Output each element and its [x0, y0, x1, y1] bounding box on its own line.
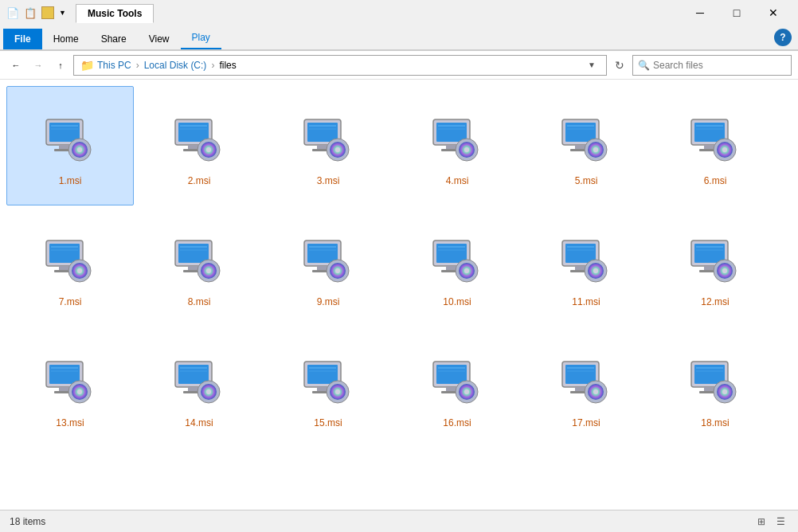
maximize-button[interactable]: □ — [718, 0, 755, 25]
file-icon — [554, 226, 618, 290]
file-label: 9.msi — [317, 296, 340, 307]
svg-point-44 — [593, 147, 598, 152]
tab-view[interactable]: View — [138, 29, 181, 49]
refresh-button[interactable]: ↻ — [610, 55, 629, 76]
file-icon — [683, 347, 747, 411]
folder-icon — [41, 6, 54, 19]
address-bar[interactable]: 📁 This PC › Local Disk (C:) › files ▼ — [73, 55, 607, 76]
app-tab-music-tools[interactable]: Music Tools — [76, 4, 154, 23]
file-item[interactable]: 14.msi — [135, 328, 263, 448]
breadcrumb-sep-2: › — [211, 60, 214, 71]
file-label: 3.msi — [317, 175, 340, 186]
file-item[interactable]: 13.msi — [6, 328, 134, 448]
file-icon — [167, 105, 231, 169]
breadcrumb-this-pc[interactable]: This PC — [97, 60, 131, 71]
file-item[interactable]: 1.msi — [6, 86, 134, 205]
svg-point-125 — [206, 389, 211, 394]
tab-home[interactable]: Home — [42, 29, 90, 49]
view-controls: ⊞ ☰ — [753, 514, 788, 530]
ribbon-tabs: File Home Share View Play ? — [0, 25, 798, 50]
minimize-button[interactable]: ─ — [682, 0, 718, 25]
file-area: 1.msi 2.msi — [0, 80, 798, 510]
file-item[interactable]: 4.msi — [393, 86, 521, 205]
breadcrumb-folder-icon: 📁 — [80, 59, 94, 72]
quick-access-icon2: 📋 — [24, 7, 37, 19]
title-bar-icons: 📄 📋 ▼ — [6, 6, 66, 19]
file-label: 11.msi — [572, 296, 600, 307]
file-label: 18.msi — [701, 417, 729, 428]
file-icon — [38, 226, 102, 290]
file-item[interactable]: 9.msi — [264, 207, 392, 327]
file-icon — [296, 105, 360, 169]
file-item[interactable]: 3.msi — [264, 86, 392, 205]
address-row: ← → ↑ 📁 This PC › Local Disk (C:) › file… — [0, 51, 798, 80]
details-view-button[interactable]: ☰ — [773, 514, 788, 530]
file-icon — [425, 347, 489, 411]
file-icon — [554, 347, 618, 411]
address-dropdown-button[interactable]: ▼ — [584, 55, 600, 76]
file-icon — [38, 347, 102, 411]
help-icon[interactable]: ? — [774, 29, 792, 46]
breadcrumb-files: files — [219, 60, 236, 71]
file-item[interactable]: 5.msi — [522, 86, 650, 205]
file-icon — [425, 226, 489, 290]
svg-point-35 — [464, 147, 469, 152]
file-icon — [38, 105, 102, 169]
title-bar-controls: ─ □ ✕ — [682, 0, 792, 25]
tab-share[interactable]: Share — [90, 29, 138, 49]
close-button[interactable]: ✕ — [755, 0, 792, 25]
file-item[interactable]: 12.msi — [651, 207, 779, 327]
file-label: 1.msi — [59, 175, 82, 186]
svg-point-71 — [206, 268, 211, 273]
forward-button[interactable]: → — [29, 56, 48, 75]
svg-point-161 — [722, 389, 727, 394]
file-item[interactable]: 6.msi — [651, 86, 779, 205]
file-item[interactable]: 7.msi — [6, 207, 134, 327]
file-icon — [683, 105, 747, 169]
large-icons-view-button[interactable]: ⊞ — [753, 514, 769, 530]
svg-point-62 — [77, 268, 82, 273]
file-icon — [167, 347, 231, 411]
svg-point-89 — [464, 268, 469, 273]
up-button[interactable]: ↑ — [51, 56, 70, 75]
file-label: 14.msi — [185, 417, 213, 428]
file-item[interactable]: 17.msi — [522, 328, 650, 448]
quick-access-icon: 📄 — [6, 7, 19, 19]
file-label: 17.msi — [572, 417, 600, 428]
file-label: 2.msi — [188, 175, 211, 186]
svg-point-17 — [206, 147, 211, 152]
back-button[interactable]: ← — [6, 56, 25, 75]
tab-file[interactable]: File — [3, 29, 42, 49]
title-bar-app-tabs: Music Tools — [76, 3, 682, 22]
file-label: 16.msi — [443, 417, 471, 428]
file-label: 6.msi — [704, 175, 727, 186]
file-icon — [296, 226, 360, 290]
ribbon: File Home Share View Play ? — [0, 25, 798, 51]
file-label: 10.msi — [443, 296, 471, 307]
file-item[interactable]: 16.msi — [393, 328, 521, 448]
file-item[interactable]: 2.msi — [135, 86, 263, 205]
file-icon — [167, 226, 231, 290]
search-box[interactable]: 🔍 — [632, 55, 792, 76]
search-input[interactable] — [653, 60, 780, 71]
svg-point-107 — [722, 268, 727, 273]
svg-point-8 — [77, 147, 82, 152]
dropdown-icon[interactable]: ▼ — [59, 9, 66, 17]
file-item[interactable]: 15.msi — [264, 328, 392, 448]
file-icon — [683, 226, 747, 290]
breadcrumb-sep-1: › — [136, 60, 139, 71]
status-bar: 18 items ⊞ ☰ — [0, 510, 798, 532]
file-icon — [554, 105, 618, 169]
breadcrumb-local-disk[interactable]: Local Disk (C:) — [144, 60, 207, 71]
file-label: 5.msi — [575, 175, 598, 186]
file-item[interactable]: 18.msi — [651, 328, 779, 448]
file-item[interactable]: 11.msi — [522, 207, 650, 327]
svg-point-80 — [335, 268, 340, 273]
search-icon: 🔍 — [638, 60, 650, 71]
file-item[interactable]: 10.msi — [393, 207, 521, 327]
svg-point-134 — [335, 389, 340, 394]
svg-point-116 — [77, 389, 82, 394]
file-item[interactable]: 8.msi — [135, 207, 263, 327]
file-label: 8.msi — [188, 296, 211, 307]
tab-play[interactable]: Play — [181, 27, 221, 49]
